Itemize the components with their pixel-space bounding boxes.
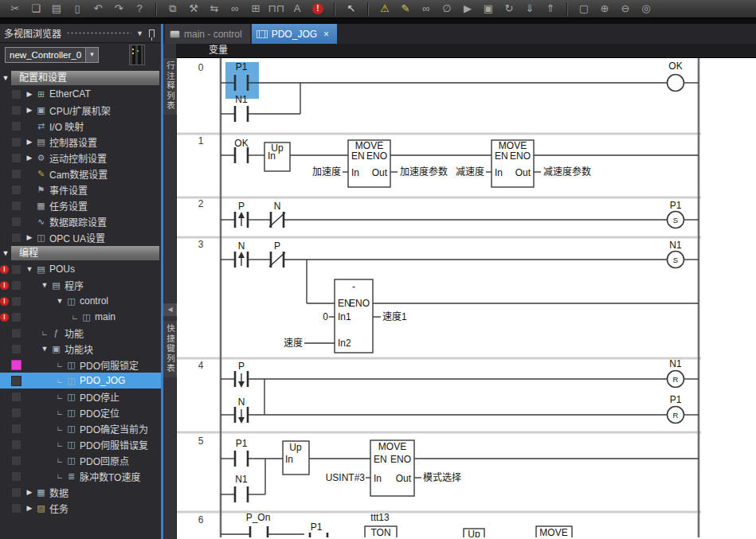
coil-operand[interactable]: N1 (669, 358, 682, 369)
rung-number[interactable]: 5 (198, 435, 204, 447)
rung-2[interactable]: P N P1 S (221, 200, 699, 228)
rung-number[interactable]: 1 (198, 135, 204, 146)
contact-operand[interactable]: P1 (236, 61, 248, 72)
select-rect-icon[interactable]: ▢ (574, 1, 594, 17)
expand-icon[interactable]: ▼ (24, 265, 35, 273)
tree-item[interactable]: ∿数据跟踪设置 (0, 213, 161, 229)
tree-section-header[interactable]: ▼编程 (0, 245, 161, 261)
rung-number[interactable]: 6 (198, 514, 204, 525)
input-operand[interactable]: USINT#3 (326, 472, 366, 483)
tree-item[interactable]: ▼▣功能块 (0, 341, 161, 357)
rung-number[interactable]: 0 (198, 62, 204, 73)
tree-item[interactable]: ▦任务设置 (0, 197, 161, 213)
error-list-icon[interactable]: ! (312, 3, 323, 14)
output-operand[interactable]: 减速度参数 (543, 166, 591, 178)
rung-3[interactable]: N P N1 S - EN ENO In1 In2 0 速度 速度1 (221, 240, 699, 353)
tree-item[interactable]: ▶▦数据 (0, 484, 161, 500)
rung-number[interactable]: 2 (198, 198, 204, 209)
tree-item[interactable]: ∟ƒ功能 (0, 325, 161, 341)
contact-operand[interactable]: N1 (235, 474, 248, 485)
expand-icon[interactable]: ▶ (24, 504, 35, 512)
monitor-icon[interactable]: ∞ (416, 1, 437, 17)
expand-icon[interactable]: ▼ (39, 281, 50, 289)
tree-item[interactable]: ▶▨任务 (0, 500, 161, 516)
rung-numbers[interactable]: 0 1 2 3 4 5 6 (198, 62, 204, 525)
contact-operand[interactable]: P (274, 240, 280, 252)
tree-item[interactable]: ∟◫PDO定位 (0, 404, 161, 420)
tree-item[interactable]: ∟◫PDO伺服错误复 (0, 436, 161, 452)
tree-item[interactable]: ▶◫OPC UA设置 (0, 229, 161, 245)
monitor-off-icon[interactable]: ∅ (437, 1, 457, 17)
tree-item[interactable]: ▶⚙运动控制设置 (0, 150, 161, 166)
redo-icon[interactable]: ↷ (108, 1, 129, 17)
contact-operand[interactable]: N1 (235, 94, 248, 105)
contact-operand[interactable]: N (238, 396, 245, 408)
coil-operand[interactable]: P1 (670, 200, 682, 211)
timer-operand[interactable]: ttt13 (370, 512, 390, 523)
tree-item[interactable]: ∟◫PDO停止 (0, 389, 161, 404)
coil-operand[interactable]: OK (668, 61, 682, 72)
tree-item[interactable]: ▶▤控制器设置 (0, 134, 161, 150)
select-cursor-icon[interactable]: ↖ (341, 1, 362, 17)
tree-item[interactable]: !▼▤POUs (0, 261, 161, 277)
download-icon[interactable]: ⇓ (519, 1, 540, 17)
coil-operand[interactable]: N1 (669, 240, 682, 251)
section-collapse-icon[interactable]: ▼ (0, 74, 11, 82)
rung-0[interactable]: P1 N1 OK (221, 61, 699, 122)
help-icon[interactable]: ? (129, 1, 150, 17)
close-tab-icon[interactable]: × (323, 29, 329, 40)
rung-1[interactable]: OK Up In MOVE EN ENO In Out 加速度 加速度参数 MO… (221, 138, 699, 187)
pulse-icon[interactable]: ⊓⊓ (266, 1, 287, 17)
delete-icon[interactable]: ▯ (67, 1, 88, 17)
rung-number[interactable]: 4 (198, 360, 204, 371)
compare-icon[interactable]: ⇆ (204, 1, 225, 17)
expand-icon[interactable]: ▼ (54, 297, 65, 305)
rung-4[interactable]: P N N1 R P1 R (221, 358, 699, 424)
panel-menu-icon[interactable]: ▼ (136, 29, 143, 37)
window-icon[interactable]: ⧉ (163, 1, 183, 17)
tab-main-control[interactable]: main - control (165, 24, 250, 44)
contact-operand[interactable]: P1 (311, 521, 323, 533)
zoom-fit-icon[interactable]: ◎ (636, 1, 656, 17)
input-operand[interactable]: 加速度 (312, 166, 341, 178)
contact-operand[interactable]: N (238, 240, 245, 252)
controller-dropdown-icon[interactable]: ▼ (85, 48, 98, 62)
run-icon[interactable]: ▶ (457, 1, 478, 17)
tree-item[interactable]: ∟◫PDO回原点 (0, 452, 161, 468)
tree-item[interactable]: ⇄I/O 映射 (0, 118, 161, 134)
expand-icon[interactable]: ▶ (24, 154, 35, 162)
contact-operand[interactable]: P (238, 201, 245, 212)
contact-operand[interactable]: P1 (236, 438, 248, 449)
cut-icon[interactable]: ✂ (5, 1, 25, 17)
input-operand[interactable]: 0 (323, 311, 328, 322)
build-icon[interactable]: ⚒ (183, 1, 204, 17)
contact-operand[interactable]: P_On (246, 512, 271, 523)
tab-pdo_jog[interactable]: PDO_JOG× (252, 24, 337, 44)
expand-icon[interactable]: ▶ (24, 233, 35, 241)
io-table-icon[interactable]: ⊞ (245, 1, 266, 17)
output-operand[interactable]: 加速度参数 (400, 166, 448, 178)
tree-item[interactable]: ∟≣脉冲数TO速度 (0, 468, 161, 484)
tree-item[interactable]: ∟◫PDO伺服锁定 (0, 357, 161, 373)
ladder-editor[interactable]: 0 1 2 3 4 5 6 P1 N1 OK OK Up In MOVE EN … (177, 58, 756, 537)
tree-item[interactable]: ∟◫PDO_JOG (0, 373, 161, 389)
shortcut-key-list-tab[interactable]: 快捷键列表 (163, 321, 177, 377)
rung-5[interactable]: P1 N1 Up In MOVE EN ENO In Out USINT#3 模… (221, 438, 699, 502)
search-watch-icon[interactable]: ∞ (225, 1, 245, 17)
zoom-out-icon[interactable]: ⊖ (615, 1, 636, 17)
synchronize-icon[interactable]: ↻ (499, 1, 519, 17)
tree-section-header[interactable]: ▼配置和设置 (0, 70, 161, 86)
font-icon[interactable]: A (287, 1, 307, 17)
row-comment-list-tab[interactable]: 行注释列表 (163, 58, 177, 115)
rung-number[interactable]: 3 (198, 239, 204, 250)
expand-icon[interactable]: ▼ (39, 345, 50, 353)
tree-item[interactable]: ⚑事件设置 (0, 182, 161, 197)
copy-icon[interactable]: ❏ (25, 1, 46, 17)
rung-6[interactable]: P_On P1 ttt13 TON Up MOVE (221, 512, 572, 537)
variables-bar[interactable]: 变量 (177, 44, 756, 58)
expand-icon[interactable]: ▶ (24, 90, 35, 98)
zoom-in-icon[interactable]: ⊕ (594, 1, 615, 17)
build-warning-icon[interactable]: ⚠ (374, 1, 395, 17)
section-collapse-icon[interactable]: ▼ (0, 249, 11, 257)
paste-icon[interactable]: ▤ (46, 1, 67, 17)
